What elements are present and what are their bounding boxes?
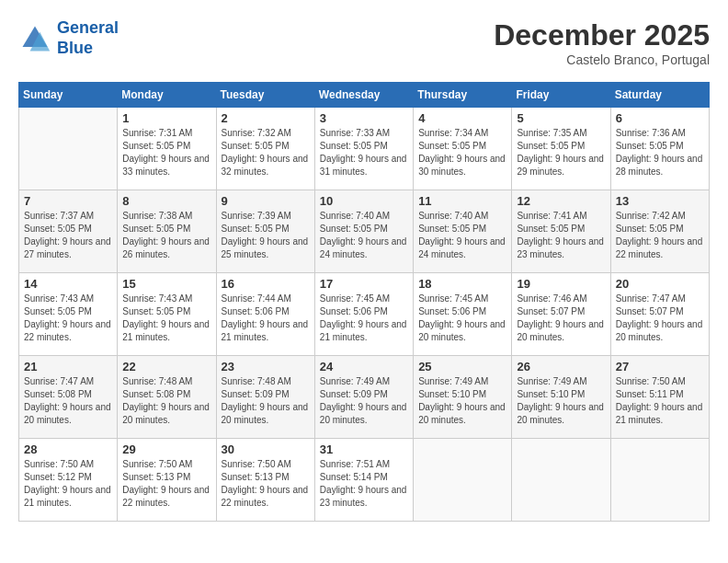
calendar-cell: 23 Sunrise: 7:48 AM Sunset: 5:09 PM Dayl… [216,356,314,439]
day-number: 22 [122,360,210,373]
calendar-cell: 2 Sunrise: 7:32 AM Sunset: 5:05 PM Dayli… [216,108,314,190]
daylight-text: Daylight: 9 hours and 20 minutes. [517,402,604,425]
day-info: Sunrise: 7:40 AM Sunset: 5:05 PM Dayligh… [320,210,408,261]
day-number: 30 [222,442,310,456]
day-number: 17 [320,277,408,291]
sunset-text: Sunset: 5:05 PM [517,224,585,234]
day-number: 31 [320,442,408,456]
day-number: 15 [122,277,210,291]
calendar-table: SundayMondayTuesdayWednesdayThursdayFrid… [18,82,710,522]
daylight-text: Daylight: 9 hours and 20 minutes. [517,319,604,342]
sunset-text: Sunset: 5:06 PM [222,306,290,316]
day-info: Sunrise: 7:50 AM Sunset: 5:13 PM Dayligh… [122,458,210,510]
day-number: 27 [616,360,704,373]
daylight-text: Daylight: 9 hours and 33 minutes. [122,154,210,177]
day-number: 9 [222,194,310,208]
sunrise-text: Sunrise: 7:43 AM [122,293,192,304]
daylight-text: Daylight: 9 hours and 20 minutes. [320,402,407,425]
page-header: General Blue December 2025 Castelo Branc… [18,18,710,67]
sunrise-text: Sunrise: 7:43 AM [24,293,94,304]
sunset-text: Sunset: 5:05 PM [320,224,388,234]
calendar-cell: 14 Sunrise: 7:43 AM Sunset: 5:05 PM Dayl… [19,273,118,356]
sunrise-text: Sunrise: 7:47 AM [24,376,94,386]
day-info: Sunrise: 7:40 AM Sunset: 5:05 PM Dayligh… [418,210,506,261]
calendar-cell: 24 Sunrise: 7:49 AM Sunset: 5:09 PM Dayl… [314,356,413,439]
calendar-cell: 10 Sunrise: 7:40 AM Sunset: 5:05 PM Dayl… [314,190,413,273]
header-day: Sunday [19,83,118,108]
calendar-cell: 12 Sunrise: 7:41 AM Sunset: 5:05 PM Dayl… [512,190,610,273]
sunrise-text: Sunrise: 7:45 AM [320,293,390,304]
daylight-text: Daylight: 9 hours and 23 minutes. [320,485,407,508]
sunset-text: Sunset: 5:14 PM [320,472,388,482]
day-info: Sunrise: 7:43 AM Sunset: 5:05 PM Dayligh… [122,293,210,344]
sunset-text: Sunset: 5:05 PM [24,224,92,234]
calendar-cell: 5 Sunrise: 7:35 AM Sunset: 5:05 PM Dayli… [512,108,610,190]
day-info: Sunrise: 7:47 AM Sunset: 5:08 PM Dayligh… [24,375,112,427]
sunset-text: Sunset: 5:05 PM [122,224,190,234]
header-day: Saturday [610,83,709,108]
day-info: Sunrise: 7:33 AM Sunset: 5:05 PM Dayligh… [320,127,408,178]
calendar-cell: 27 Sunrise: 7:50 AM Sunset: 5:11 PM Dayl… [610,356,709,439]
calendar-cell: 31 Sunrise: 7:51 AM Sunset: 5:14 PM Dayl… [314,439,413,522]
logo-line1: General [57,18,119,37]
daylight-text: Daylight: 9 hours and 32 minutes. [222,154,309,177]
day-info: Sunrise: 7:35 AM Sunset: 5:05 PM Dayligh… [517,127,605,178]
calendar-cell: 4 Sunrise: 7:34 AM Sunset: 5:05 PM Dayli… [414,108,512,190]
day-info: Sunrise: 7:50 AM Sunset: 5:11 PM Dayligh… [616,375,704,427]
day-info: Sunrise: 7:51 AM Sunset: 5:14 PM Dayligh… [320,458,408,510]
sunset-text: Sunset: 5:07 PM [517,306,585,316]
sunrise-text: Sunrise: 7:50 AM [222,459,291,469]
day-info: Sunrise: 7:43 AM Sunset: 5:05 PM Dayligh… [24,293,112,344]
sunrise-text: Sunrise: 7:49 AM [320,376,390,386]
day-number: 5 [517,111,605,125]
calendar-week-row: 21 Sunrise: 7:47 AM Sunset: 5:08 PM Dayl… [19,356,710,439]
day-info: Sunrise: 7:45 AM Sunset: 5:06 PM Dayligh… [320,293,408,344]
day-number: 4 [418,111,506,125]
calendar-cell [19,108,118,190]
day-info: Sunrise: 7:37 AM Sunset: 5:05 PM Dayligh… [24,210,112,261]
calendar-cell: 7 Sunrise: 7:37 AM Sunset: 5:05 PM Dayli… [19,190,118,273]
logo: General Blue [18,18,119,58]
daylight-text: Daylight: 9 hours and 22 minutes. [222,485,309,508]
logo-line2: Blue [57,39,93,57]
daylight-text: Daylight: 9 hours and 28 minutes. [616,154,703,177]
sunset-text: Sunset: 5:05 PM [418,141,486,151]
sunset-text: Sunset: 5:06 PM [418,306,486,316]
sunrise-text: Sunrise: 7:50 AM [24,459,94,469]
calendar-cell: 13 Sunrise: 7:42 AM Sunset: 5:05 PM Dayl… [610,190,709,273]
day-number: 7 [24,194,112,208]
calendar-cell: 19 Sunrise: 7:46 AM Sunset: 5:07 PM Dayl… [512,273,610,356]
day-number: 13 [616,194,704,208]
sunrise-text: Sunrise: 7:50 AM [122,459,192,469]
day-info: Sunrise: 7:49 AM Sunset: 5:10 PM Dayligh… [418,375,506,427]
daylight-text: Daylight: 9 hours and 24 minutes. [418,236,506,259]
daylight-text: Daylight: 9 hours and 20 minutes. [24,402,111,425]
calendar-cell: 25 Sunrise: 7:49 AM Sunset: 5:10 PM Dayl… [414,356,512,439]
calendar-cell: 11 Sunrise: 7:40 AM Sunset: 5:05 PM Dayl… [414,190,512,273]
header-day: Thursday [414,83,512,108]
calendar-cell [610,439,709,522]
sunset-text: Sunset: 5:05 PM [222,224,290,234]
calendar-week-row: 1 Sunrise: 7:31 AM Sunset: 5:05 PM Dayli… [19,108,710,190]
day-number: 12 [517,194,605,208]
header-day: Friday [512,83,610,108]
header-day: Monday [118,83,216,108]
day-number: 6 [616,111,704,125]
day-number: 20 [616,277,704,291]
day-number: 3 [320,111,408,125]
sunset-text: Sunset: 5:12 PM [24,472,92,482]
day-info: Sunrise: 7:32 AM Sunset: 5:05 PM Dayligh… [222,127,310,178]
sunset-text: Sunset: 5:05 PM [122,141,190,151]
sunrise-text: Sunrise: 7:47 AM [616,293,686,304]
day-number: 18 [418,277,506,291]
daylight-text: Daylight: 9 hours and 30 minutes. [418,154,506,177]
sunrise-text: Sunrise: 7:31 AM [122,128,192,138]
sunset-text: Sunset: 5:13 PM [122,472,190,482]
sunrise-text: Sunrise: 7:36 AM [616,128,686,138]
calendar-cell: 20 Sunrise: 7:47 AM Sunset: 5:07 PM Dayl… [610,273,709,356]
daylight-text: Daylight: 9 hours and 20 minutes. [122,402,210,425]
sunrise-text: Sunrise: 7:49 AM [418,376,488,386]
sunset-text: Sunset: 5:09 PM [222,389,290,399]
sunset-text: Sunset: 5:08 PM [122,389,190,399]
sunrise-text: Sunrise: 7:42 AM [616,211,686,221]
